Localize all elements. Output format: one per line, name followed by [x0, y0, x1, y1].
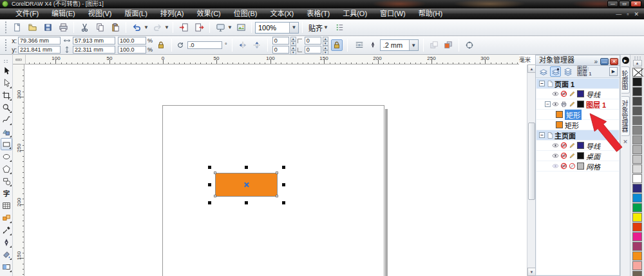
- toolbox-grip[interactable]: [3, 59, 9, 63]
- tab-object-manager[interactable]: 对象管理器: [621, 96, 630, 136]
- drawing-canvas[interactable]: [24, 64, 527, 276]
- color-swatch[interactable]: [632, 242, 642, 251]
- to-front-button[interactable]: [428, 39, 440, 51]
- rectangle-object-row-selected[interactable]: 矩形: [536, 110, 619, 120]
- color-swatch[interactable]: [632, 77, 642, 86]
- doc-restore-button[interactable]: ▫: [627, 11, 629, 17]
- selection-handle[interactable]: [282, 183, 285, 186]
- app-launcher-button[interactable]: [213, 21, 227, 35]
- new-document-button[interactable]: [10, 21, 24, 35]
- crop-tool[interactable]: [1, 89, 12, 101]
- color-swatch[interactable]: [632, 106, 642, 115]
- zoom-tool[interactable]: [1, 101, 12, 113]
- tree-item-label[interactable]: 桌面: [586, 151, 600, 161]
- noprint-icon[interactable]: [560, 163, 568, 170]
- color-swatch[interactable]: [632, 97, 642, 106]
- color-swatch[interactable]: [632, 261, 642, 270]
- ellipse-tool[interactable]: [1, 150, 12, 163]
- menu-window[interactable]: 窗口(W): [374, 8, 412, 19]
- rectangle-corner-node[interactable]: [214, 172, 216, 174]
- noprint-icon[interactable]: [560, 142, 568, 150]
- welcome-screen-button[interactable]: [234, 21, 248, 35]
- zoom-level-combo[interactable]: 100%▼: [255, 22, 299, 34]
- color-swatch[interactable]: [632, 213, 642, 222]
- vertical-ruler[interactable]: 300250200150: [13, 64, 24, 276]
- toolbar-grip[interactable]: [4, 21, 7, 34]
- y-position-field[interactable]: 221.841 mm: [18, 46, 61, 54]
- desktop-layer-row[interactable]: 桌面: [536, 151, 619, 161]
- corner-br-field[interactable]: 0: [305, 46, 321, 54]
- selection-handle[interactable]: [245, 201, 248, 204]
- rectangle-corner-node[interactable]: [276, 172, 278, 174]
- import-button[interactable]: [176, 21, 191, 35]
- tree-item-label[interactable]: 网格: [586, 161, 600, 172]
- interactive-fill-tool[interactable]: [1, 261, 12, 273]
- menu-table[interactable]: 表格(T): [300, 8, 336, 19]
- open-button[interactable]: [25, 21, 39, 35]
- snap-dropdown-icon[interactable]: ▼: [323, 25, 328, 30]
- close-button[interactable]: ✕: [630, 1, 641, 7]
- outline-width-combo[interactable]: .2 mm ▼: [380, 39, 419, 51]
- menu-text[interactable]: 文本(X): [263, 8, 300, 19]
- menu-edit[interactable]: 编辑(E): [45, 8, 82, 19]
- menu-help[interactable]: 帮助(H): [412, 8, 449, 19]
- corner-br-spinner[interactable]: ▲▼: [323, 46, 328, 54]
- outline-pen-tool[interactable]: [1, 236, 12, 248]
- pencil-icon[interactable]: [569, 90, 576, 98]
- color-swatch[interactable]: [632, 135, 642, 144]
- tree-item-label[interactable]: 导线: [586, 89, 600, 99]
- pencil-icon[interactable]: [569, 142, 576, 150]
- grid-layer-row[interactable]: 网格: [536, 161, 619, 172]
- doc-minimize-button[interactable]: —: [616, 11, 621, 17]
- wrap-text-button[interactable]: [352, 38, 366, 52]
- text-tool[interactable]: 字: [1, 187, 12, 199]
- eye-icon[interactable]: [552, 142, 560, 150]
- selection-center-marker[interactable]: [243, 182, 249, 188]
- color-swatch[interactable]: [632, 116, 642, 125]
- master-page-row[interactable]: −主页面: [536, 130, 619, 141]
- color-swatch[interactable]: [632, 203, 642, 212]
- basic-shapes-tool[interactable]: [1, 175, 12, 187]
- selection-handle[interactable]: [208, 183, 211, 186]
- corner-bl-spinner[interactable]: ▲▼: [290, 46, 296, 54]
- tree-item-label[interactable]: 导线: [586, 141, 600, 151]
- color-swatch[interactable]: [632, 271, 642, 276]
- edit-across-layers-button[interactable]: [550, 66, 561, 77]
- color-swatch[interactable]: [632, 164, 642, 173]
- rectangle-corner-node[interactable]: [276, 195, 278, 197]
- color-swatch[interactable]: [632, 184, 642, 193]
- polygon-tool[interactable]: [1, 163, 12, 175]
- print-button[interactable]: [56, 21, 70, 35]
- rectangle-object-row[interactable]: 矩形: [536, 120, 619, 130]
- menu-arrange[interactable]: 排列(A): [154, 8, 191, 19]
- menu-view[interactable]: 视图(V): [82, 8, 118, 19]
- eyedim-icon[interactable]: [552, 163, 560, 170]
- docker-tab-close-icon[interactable]: ✕: [621, 139, 630, 145]
- color-swatch[interactable]: [632, 155, 642, 164]
- scale-v-field[interactable]: 100.0: [118, 46, 146, 54]
- pick-tool[interactable]: [1, 64, 12, 77]
- undo-button-dropdown-icon[interactable]: ▼: [144, 25, 149, 30]
- eyedropper-tool[interactable]: [1, 224, 12, 236]
- tab-contour[interactable]: 轮廓图: [621, 66, 630, 94]
- mirror-horizontal-button[interactable]: [237, 39, 249, 51]
- docker-close-button[interactable]: ✕: [610, 58, 618, 65]
- selection-handle[interactable]: [282, 201, 285, 204]
- selection-handle[interactable]: [208, 166, 211, 169]
- table-tool[interactable]: [1, 199, 12, 212]
- tree-item-label[interactable]: 矩形: [565, 110, 582, 120]
- tree-item-label[interactable]: 页面 1: [554, 79, 574, 89]
- save-button[interactable]: [41, 21, 55, 35]
- color-swatch[interactable]: [632, 126, 642, 135]
- docker-minimize-button[interactable]: —: [600, 58, 609, 65]
- color-swatch[interactable]: [632, 145, 642, 154]
- property-bar-grip[interactable]: [4, 38, 7, 52]
- tree-expand-icon[interactable]: −: [539, 81, 545, 86]
- round-corners-together-button[interactable]: [331, 39, 343, 51]
- rectangle-corner-node[interactable]: [214, 195, 216, 197]
- corner-tr-field[interactable]: 0: [305, 37, 321, 44]
- maximize-button[interactable]: ▭: [619, 1, 630, 7]
- redo-button-dropdown-icon[interactable]: ▼: [164, 25, 169, 30]
- tree-item-label[interactable]: 矩形: [565, 120, 579, 130]
- undo-button[interactable]: [129, 21, 144, 35]
